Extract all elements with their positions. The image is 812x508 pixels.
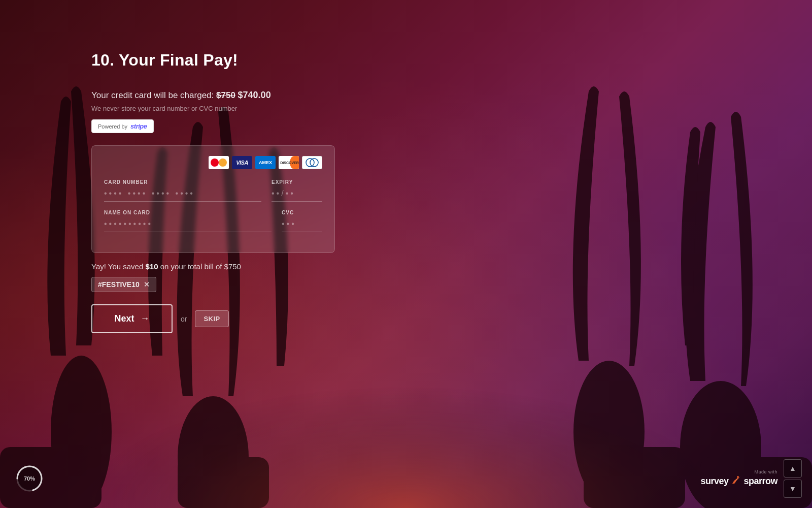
buttons-row: Next → or SKIP xyxy=(91,304,335,333)
cvc-input[interactable]: ••• xyxy=(282,219,322,232)
expiry-label: EXPIRY xyxy=(272,179,322,185)
made-with-container: Made with survey sparrow xyxy=(700,469,777,488)
name-label: NAME ON CARD xyxy=(104,210,272,215)
survey-text: survey xyxy=(700,476,728,487)
charge-text: Your credit card will be charged: $750 $… xyxy=(91,90,335,101)
card-icons-row: VISA AMEX DISCOVER xyxy=(104,156,322,169)
name-input[interactable]: •••••••••• xyxy=(104,219,272,232)
question-title: 10. Your Final Pay! xyxy=(91,51,335,70)
savings-text: Yay! You saved $10 on your total bill of… xyxy=(91,262,335,271)
card-number-label: CARD NUMBER xyxy=(104,179,261,185)
name-cvc-row: NAME ON CARD •••••••••• CVC ••• xyxy=(104,210,322,232)
powered-by-text: Powered by xyxy=(98,123,127,130)
coupon-tag: #FESTIVE10 ✕ xyxy=(91,277,156,292)
amex-icon: AMEX xyxy=(255,156,276,169)
card-form: VISA AMEX DISCOVER CARD NUMBER •••• ••••… xyxy=(91,145,335,253)
surveysparrow-brand: survey sparrow xyxy=(700,474,777,488)
next-arrow-icon: → xyxy=(141,313,150,324)
or-separator: or xyxy=(181,315,187,323)
mastercard-icon xyxy=(209,156,229,169)
stripe-badge: Powered by stripe xyxy=(91,119,154,133)
visa-icon: VISA xyxy=(232,156,252,169)
card-number-row: CARD NUMBER •••• •••• •••• •••• EXPIRY •… xyxy=(104,179,322,202)
cvc-label: CVC xyxy=(282,210,322,215)
new-price: $740.00 xyxy=(238,90,271,100)
expiry-group: EXPIRY ••/•• xyxy=(272,179,322,202)
sparrow-text: sparrow xyxy=(743,476,777,487)
main-content: 10. Your Final Pay! Your credit card wil… xyxy=(91,51,335,333)
name-group: NAME ON CARD •••••••••• xyxy=(104,210,272,232)
cvc-group: CVC ••• xyxy=(282,210,322,232)
coupon-code: #FESTIVE10 xyxy=(98,280,140,289)
next-label: Next xyxy=(114,313,134,324)
card-number-input[interactable]: •••• •••• •••• •••• xyxy=(104,189,261,202)
expiry-input[interactable]: ••/•• xyxy=(272,189,322,202)
security-note: We never store your card number or CVC n… xyxy=(91,105,335,112)
svg-point-13 xyxy=(737,476,739,478)
coupon-close-button[interactable]: ✕ xyxy=(144,280,150,289)
stripe-logo: stripe xyxy=(130,122,147,130)
progress-indicator: 70% xyxy=(15,464,44,493)
diners-icon xyxy=(302,156,322,169)
card-number-group: CARD NUMBER •••• •••• •••• •••• xyxy=(104,179,261,202)
discover-icon: DISCOVER xyxy=(279,156,299,169)
nav-down-button[interactable]: ▼ xyxy=(784,480,802,498)
original-price: $750 xyxy=(216,90,235,100)
nav-up-button[interactable]: ▲ xyxy=(784,459,802,478)
next-button[interactable]: Next → xyxy=(91,304,173,333)
skip-button[interactable]: SKIP xyxy=(195,310,228,327)
sparrow-bird-icon xyxy=(730,474,741,488)
branding-area: Made with survey sparrow ▲ ▼ xyxy=(700,459,802,498)
savings-amount: $10 xyxy=(145,262,158,271)
progress-label: 70% xyxy=(15,464,44,493)
made-with-text: Made with xyxy=(754,469,777,474)
navigation-arrows: ▲ ▼ xyxy=(784,459,802,498)
